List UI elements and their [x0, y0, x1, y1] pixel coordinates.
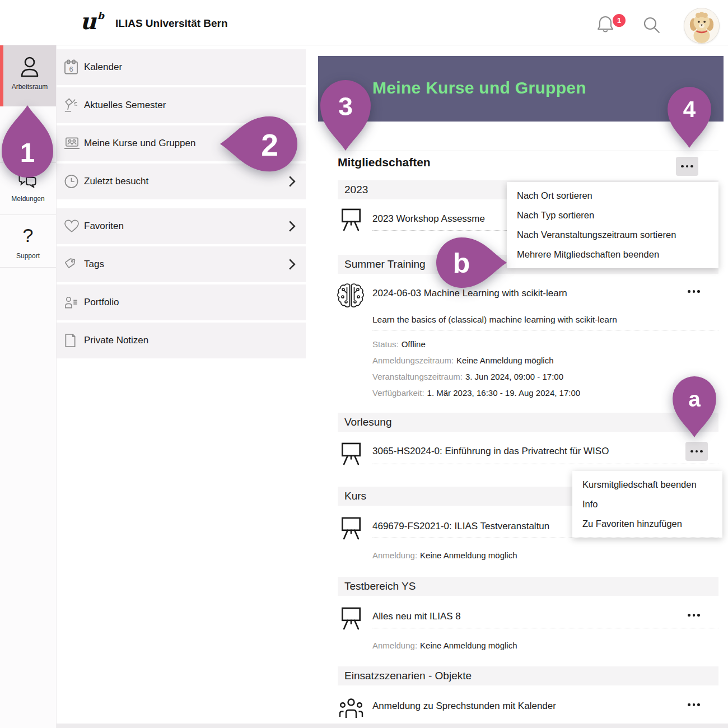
course-link-workshop[interactable]: 2023 Workshop Assessme — [372, 213, 508, 225]
sidebar-item-label: Meine Kurse und Gruppen — [84, 138, 195, 149]
item-actions-button[interactable] — [687, 290, 701, 296]
sort-dropdown-menu: Nach Ort sortieren Nach Typ sortieren Na… — [507, 182, 718, 268]
rail-tab-arbeitsraum[interactable]: Arbeitsraum — [0, 45, 56, 106]
rail-tab-meldungen[interactable]: Meldungen — [0, 169, 56, 220]
group-header-testbereich-ys: Testbereich YS — [338, 577, 718, 596]
sidebar-item-label: Zuletzt besucht — [84, 176, 148, 187]
sidebar-item-label: Aktuelles Semester — [84, 100, 166, 111]
sidebar-item-kalender[interactable]: 6 Kalender — [56, 49, 306, 85]
item-actions-button[interactable] — [687, 703, 701, 709]
ellipsis-icon — [687, 614, 701, 617]
content-divider — [338, 151, 718, 151]
brain-circuit-icon — [336, 282, 365, 310]
item-separator — [372, 329, 718, 330]
rail-tab-support[interactable]: ? Support — [0, 223, 56, 273]
rail-separator — [0, 162, 56, 163]
notification-badge: 1 — [613, 14, 626, 27]
course-actions-button-open[interactable] — [685, 442, 708, 461]
menu-item-sort-by-location[interactable]: Nach Ort sortieren — [507, 186, 718, 206]
svg-text:6: 6 — [69, 65, 73, 73]
desk-lamp-icon — [64, 97, 80, 113]
banner-title: Meine Kurse und Gruppen — [318, 56, 724, 97]
main-rail: Arbeitsraum Meldungen ? Support — [0, 45, 57, 728]
menu-item-end-course-membership[interactable]: Kursmitgliedschaft beenden — [572, 475, 722, 494]
bottom-edge — [0, 724, 728, 728]
property-row: Anmeldungszeitraum:Keine Anmeldung mögli… — [372, 352, 580, 368]
ellipsis-icon — [681, 165, 693, 168]
rail-separator — [0, 214, 56, 215]
property-row: Status:Offline — [372, 336, 580, 352]
course-properties: Anmeldung:Keine Anmeldung möglich — [372, 637, 517, 654]
calendar-icon: 6 — [64, 59, 78, 75]
tag-icon — [64, 257, 78, 272]
sidebar-item-favoriten[interactable]: Favoriten — [56, 208, 306, 244]
course-icon — [340, 606, 362, 631]
rail-tab-label: Support — [0, 252, 56, 260]
menu-item-info[interactable]: Info — [572, 494, 722, 514]
rail-separator — [0, 267, 56, 268]
item-separator — [372, 463, 718, 464]
rail-tab-label: Arbeitsraum — [3, 83, 56, 91]
property-row: Verfügbarkeit:1. Mär 2023, 16:30 - 19. A… — [372, 385, 580, 401]
sidebar-item-label: Portfolio — [84, 297, 119, 308]
notifications-button[interactable] — [596, 15, 615, 35]
svg-text:?: ? — [23, 225, 34, 246]
page-title: ILIAS Universität Bern — [115, 0, 228, 45]
clock-icon — [64, 174, 79, 189]
sidebar-item-meine-kurse-und-gruppen[interactable]: Meine Kurse und Gruppen — [56, 125, 306, 161]
note-icon — [64, 333, 77, 348]
sidebar-item-tags[interactable]: Tags — [56, 246, 306, 282]
top-header: ub ILIAS Universität Bern 1 — [0, 0, 728, 45]
person-icon — [20, 56, 40, 78]
sidebar-item-label: Private Notizen — [84, 335, 148, 346]
course-properties: Status:Offline Anmeldungszeitraum:Keine … — [372, 336, 580, 401]
logo-u: u — [80, 8, 96, 34]
course-link-ilias8[interactable]: Alles neu mit ILIAS 8 — [372, 611, 675, 622]
question-mark-icon: ? — [20, 225, 36, 248]
course-link-testveranstaltung[interactable]: 469679-FS2021-0: ILIAS Testveranstaltun — [372, 521, 572, 532]
chevron-right-icon — [288, 175, 296, 188]
course-properties: Anmeldung:Keine Anmeldung möglich — [372, 547, 517, 563]
sidebar-item-aktuelles-semester[interactable]: Aktuelles Semester — [56, 87, 306, 123]
chevron-right-icon — [288, 258, 296, 270]
menu-item-sort-by-event-period[interactable]: Nach Veranstaltungszeitraum sortieren — [507, 225, 718, 245]
property-row: Anmeldung:Keine Anmeldung möglich — [372, 637, 517, 654]
sidebar-item-portfolio[interactable]: Portfolio — [56, 284, 306, 320]
search-icon — [642, 16, 661, 35]
user-avatar[interactable] — [684, 8, 720, 44]
search-button[interactable] — [642, 16, 661, 35]
course-link-privatrecht[interactable]: 3065-HS2024-0: Einführung in das Privatr… — [372, 446, 678, 457]
chat-bubbles-icon — [17, 172, 39, 190]
sidebar-item-label: Kalender — [84, 62, 122, 73]
course-link-machine-learning[interactable]: 2024-06-03 Machine Learning with scikit-… — [372, 288, 675, 299]
course-link-sprechstunden[interactable]: Anmeldung zu Sprechstunden mit Kalender — [372, 701, 675, 712]
item-separator — [372, 627, 718, 628]
sidebar-item-private-notizen[interactable]: Private Notizen — [56, 323, 306, 358]
property-row: Veranstaltungszeitraum:3. Jun 2024, 09:0… — [372, 368, 580, 385]
course-icon — [340, 441, 362, 466]
ilias-app: ub ILIAS Universität Bern 1 — [0, 0, 728, 728]
heart-icon — [64, 220, 80, 234]
menu-item-end-multiple-memberships[interactable]: Mehrere Mitgliedschaften beenden — [507, 245, 718, 264]
page-banner: Meine Kurse und Gruppen — [318, 56, 724, 122]
item-actions-button[interactable] — [687, 614, 701, 619]
sidebar-item-label: Tags — [84, 259, 104, 270]
course-description: Learn the basics of (classical) machine … — [372, 315, 617, 325]
menu-item-add-to-favorites[interactable]: Zu Favoriten hinzufügen — [572, 514, 722, 534]
rail-tab-label: Meldungen — [0, 195, 56, 203]
section-heading: Mitgliedschaften — [338, 156, 431, 169]
course-icon — [340, 207, 362, 232]
course-icon — [340, 516, 362, 540]
sidebar-item-label: Favoriten — [84, 221, 124, 232]
sidebar-item-zuletzt-besucht[interactable]: Zuletzt besucht — [56, 164, 306, 199]
course-dropdown-menu: Kursmitgliedschaft beenden Info Zu Favor… — [572, 471, 722, 538]
property-row: Anmeldung:Keine Anmeldung möglich — [372, 547, 517, 563]
bell-icon — [596, 15, 615, 35]
group-header-einsatzszenarien: Einsatzszenarien - Objekte — [338, 666, 718, 685]
ellipsis-icon — [690, 450, 703, 453]
logo-sup: b — [97, 10, 104, 21]
courses-groups-icon — [64, 137, 80, 151]
university-logo[interactable]: ub — [80, 8, 103, 34]
menu-item-sort-by-type[interactable]: Nach Typ sortieren — [507, 206, 718, 225]
membership-actions-button[interactable] — [676, 157, 698, 176]
